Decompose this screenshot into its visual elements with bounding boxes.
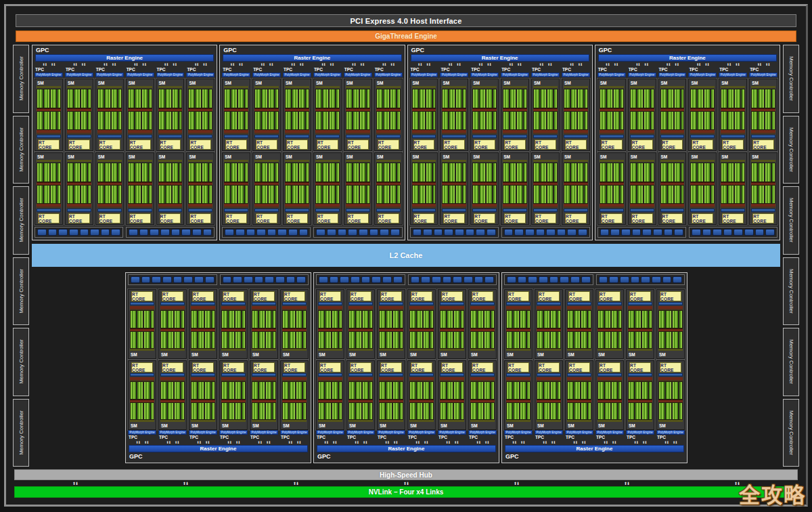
cuda-core-array <box>470 402 495 421</box>
l1-cache-bar <box>128 209 152 212</box>
updown-arrow-icon: ⬆⬇ <box>604 440 608 445</box>
l1-cache-bar <box>346 135 370 138</box>
tpc-arrows: ⬆⬇⬆⬇ <box>377 440 405 445</box>
updown-arrow-icon: ⬆⬇ <box>291 62 295 67</box>
l1-cache-bar <box>690 135 715 138</box>
l1-cache-bar <box>600 209 624 212</box>
gigathread-engine-bar: GigaThread Engine <box>16 30 796 42</box>
polymorph-engine-bar: PolyMorph Engine <box>313 72 342 77</box>
rt-core: RT CORE <box>568 362 590 372</box>
cuda-core-array <box>597 331 622 349</box>
cuda-core-array <box>751 185 775 205</box>
tpc-label: TPC <box>280 435 309 440</box>
pci-express-label: PCI Express 4.0 Host Interface <box>351 17 462 25</box>
cuda-core-array <box>252 402 276 421</box>
updown-arrow-icon: ⬆⬇ <box>605 62 609 67</box>
cuda-core-array <box>282 402 307 421</box>
sm-block: RT CORESM <box>565 360 593 430</box>
rop-group <box>222 227 311 238</box>
register-band <box>690 160 715 162</box>
tpc-column: RT CORESMRT CORESMPolyMorph EngineTPC⬆⬇⬆… <box>346 288 375 445</box>
memory-controller: Memory Controller <box>13 399 29 467</box>
updown-arrow-icon: ⬆⬇ <box>293 480 298 486</box>
cuda-core-array <box>37 89 61 108</box>
tpc-arrows: ⬆⬇⬆⬇ <box>470 62 499 67</box>
tpc-arrows: ⬆⬇⬆⬇ <box>316 440 344 445</box>
updown-arrow-icon: ⬆⬇ <box>43 62 47 67</box>
sm-label: SM <box>254 154 279 160</box>
updown-arrow-icon: ⬆⬇ <box>172 62 176 67</box>
cuda-core-array <box>348 331 373 349</box>
cuda-core-array <box>318 381 342 400</box>
register-band <box>597 349 622 351</box>
sm-label: SM <box>567 423 591 429</box>
rt-core: RT CORE <box>692 213 713 223</box>
register-band <box>282 349 307 351</box>
sm-block: RT CORESM <box>656 360 685 430</box>
sm-label: SM <box>376 80 401 86</box>
rop-segment <box>723 229 733 236</box>
gpc-block: RT CORESMRT CORESMPolyMorph EngineTPC⬆⬇⬆… <box>125 272 311 463</box>
l1-cache-bar <box>564 135 588 138</box>
register-band <box>472 160 497 162</box>
sm-block: SMRT CORE <box>719 152 747 225</box>
rop-segment <box>129 229 138 236</box>
sm-label: SM <box>660 154 685 160</box>
l1-cache-bar <box>470 302 495 305</box>
sm-label: SM <box>97 80 122 86</box>
tpc-column: RT CORESMRT CORESMPolyMorph EngineTPC⬆⬇⬆… <box>595 288 624 445</box>
tpc-column: ⬆⬇⬆⬇TPCPolyMorph EngineSMRT CORESMRT COR… <box>222 62 250 225</box>
tpc-column: ⬆⬇⬆⬇TPCPolyMorph EngineSMRT CORESMRT COR… <box>719 62 747 225</box>
sm-label: SM <box>285 80 309 86</box>
cuda-core-array <box>537 402 561 421</box>
sm-label: SM <box>67 154 91 160</box>
sm-block: SMRT CORE <box>470 79 499 151</box>
updown-arrow-icon: ⬆⬇ <box>144 440 148 445</box>
l1-cache-bar <box>221 302 246 305</box>
polymorph-engine-bar: PolyMorph Engine <box>688 72 717 77</box>
gpc-label: GPC <box>316 452 497 461</box>
cuda-core-array <box>409 402 434 421</box>
rop-segment <box>101 229 110 236</box>
sm-label: SM <box>442 154 466 160</box>
rt-core: RT CORE <box>504 140 526 150</box>
rop-segment <box>581 276 591 283</box>
l1-cache-bar <box>409 373 434 377</box>
sm-label: SM <box>537 423 561 429</box>
l1-cache-bar <box>252 302 276 305</box>
updown-arrow-icon: ⬆⬇ <box>390 62 394 67</box>
tpc-label: TPC <box>374 67 403 72</box>
sm-label: SM <box>440 423 464 429</box>
register-band <box>379 420 403 422</box>
rt-core: RT CORE <box>565 140 587 150</box>
sm-label: SM <box>690 154 715 160</box>
cuda-core-array <box>442 89 466 108</box>
updown-arrow-icon: ⬆⬇ <box>142 62 146 67</box>
cuda-core-array <box>97 185 122 205</box>
updown-arrow-icon: ⬆⬇ <box>735 62 739 67</box>
l1-cache-bar <box>160 302 185 305</box>
l1-cache-bar <box>412 135 436 138</box>
tpc-arrows: ⬆⬇⬆⬇ <box>626 440 654 445</box>
updown-arrow-icon: ⬆⬇ <box>539 62 543 67</box>
sm-label: SM <box>721 80 745 86</box>
cuda-core-array <box>191 381 215 400</box>
tpc-arrows: ⬆⬇⬆⬇ <box>597 62 626 67</box>
register-band <box>412 160 436 162</box>
rop-segment <box>48 229 58 236</box>
cuda-core-array <box>130 310 154 328</box>
cuda-core-array <box>628 402 652 421</box>
l1-cache-bar <box>37 209 61 212</box>
rop-segment <box>600 229 610 236</box>
cuda-core-array <box>600 89 624 108</box>
cuda-core-array <box>721 111 745 131</box>
sm-block: SMRT CORE <box>501 79 529 151</box>
register-band <box>660 160 685 162</box>
polymorph-engine-bar: PolyMorph Engine <box>158 430 187 435</box>
rop-segment <box>205 276 215 283</box>
polymorph-engine-bar: PolyMorph Engine <box>156 72 185 77</box>
cuda-core-array <box>751 111 775 131</box>
rop-group <box>504 274 593 285</box>
register-band <box>600 160 624 162</box>
tpc-arrows: ⬆⬇⬆⬇ <box>440 62 468 67</box>
